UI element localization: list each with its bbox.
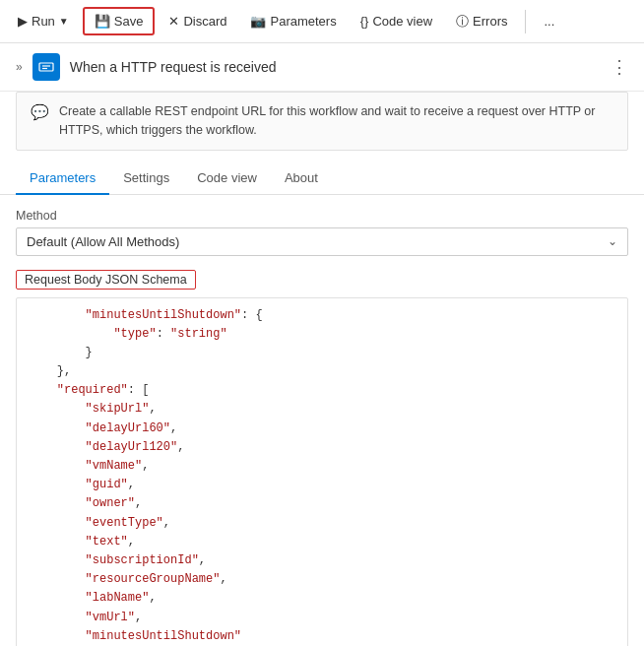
tab-settings[interactable]: Settings [109,162,183,195]
save-button[interactable]: 💾 Save [83,7,156,35]
trigger-icon [32,53,60,81]
code-line: "minutesUntilShutdown" [29,627,615,646]
more-button[interactable]: ... [534,9,564,33]
code-line: "type": "string" [29,325,615,344]
parameters-button[interactable]: 📷 Parameters [240,9,346,33]
save-label: Save [114,14,144,29]
more-label: ... [544,14,554,29]
parameters-content: Method Default (Allow All Methods) ⌄ Req… [0,195,644,647]
parameters-icon: 📷 [250,14,266,29]
code-line: "eventType", [29,514,615,533]
code-line: "delayUrl60", [29,420,615,438]
schema-header: Request Body JSON Schema [16,270,196,290]
discard-label: Discard [183,14,226,29]
code-line: "required": [ [29,381,615,400]
method-select[interactable]: Default (Allow All Methods) ⌄ [16,227,628,256]
parameters-label: Parameters [270,14,336,29]
save-icon: 💾 [95,14,110,29]
code-line: "owner", [29,494,615,513]
method-label: Method [16,209,628,223]
expand-icon[interactable]: » [16,60,23,74]
code-line: "vmUrl", [29,609,615,627]
info-text: Create a callable REST endpoint URL for … [59,102,613,140]
code-line: } [29,344,615,362]
tab-about[interactable]: About [271,162,332,195]
trigger-title: When a HTTP request is received [70,59,601,75]
errors-label: Errors [473,14,507,29]
code-line: "guid", [29,476,615,494]
code-line: "delayUrl120", [29,438,615,457]
json-schema-editor[interactable]: "minutesUntilShutdown": { "type": "strin… [16,297,628,647]
code-line: }, [29,362,615,381]
main-content: » When a HTTP request is received ⋮ 💬 Cr… [0,43,644,646]
code-view-icon: {} [360,14,369,29]
info-icon: 💬 [31,103,49,121]
code-line: "subscriptionId", [29,551,615,570]
code-view-label: Code view [372,14,432,29]
discard-icon: ✕ [168,14,179,29]
code-line: "vmName", [29,457,615,476]
run-chevron-icon: ▼ [59,16,69,27]
code-line: "skipUrl", [29,400,615,419]
toolbar-divider [525,10,526,33]
trigger-header: » When a HTTP request is received ⋮ [0,43,644,92]
errors-button[interactable]: ⓘ Errors [446,8,517,35]
run-button[interactable]: ▶ Run ▼ [8,9,79,33]
tab-bar: Parameters Settings Code view About [0,162,644,195]
trigger-menu-icon[interactable]: ⋮ [611,56,628,78]
svg-rect-0 [39,63,53,71]
tab-code-view[interactable]: Code view [183,162,271,195]
errors-icon: ⓘ [456,13,469,31]
code-line: "resourceGroupName", [29,570,615,589]
code-view-button[interactable]: {} Code view [351,9,442,33]
toolbar: ▶ Run ▼ 💾 Save ✕ Discard 📷 Parameters {}… [0,0,644,43]
method-value: Default (Allow All Methods) [27,234,179,249]
play-icon: ▶ [18,14,28,29]
code-line: "text", [29,533,615,551]
info-box: 💬 Create a callable REST endpoint URL fo… [16,92,628,151]
discard-button[interactable]: ✕ Discard [159,9,236,33]
code-line: "minutesUntilShutdown": { [29,306,615,325]
code-line: "labName", [29,589,615,608]
run-label: Run [32,14,55,29]
chevron-down-icon: ⌄ [608,234,617,248]
tab-parameters[interactable]: Parameters [16,162,109,195]
